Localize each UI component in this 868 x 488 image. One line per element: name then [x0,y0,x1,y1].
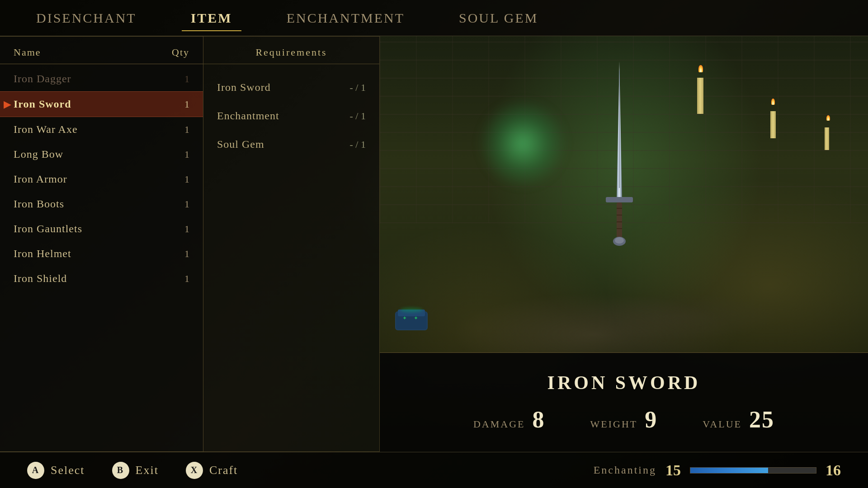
floor-decoration [429,262,844,352]
item-name: Iron Armor [14,173,67,185]
item-name: Long Bow [14,148,63,160]
enchanting-next-level: 16 [826,462,841,479]
control-select[interactable]: A Select [27,462,85,479]
item-name: Iron War Axe [14,123,78,136]
bottom-controls-bar: A Select B Exit X Craft Enchanting 15 16 [0,452,868,488]
damage-stat: DAMAGE 8 [473,406,545,433]
list-item[interactable]: Iron War Axe 1 [0,117,203,142]
item-name: Iron Sword [14,98,71,110]
craft-button-icon: X [186,462,203,479]
damage-value: 8 [533,406,545,433]
value-value: 25 [749,406,774,433]
magic-orb [477,99,568,189]
list-header: Name Qty [0,41,203,64]
tab-enchantment[interactable]: Enchantment [278,6,414,30]
item-name: Iron Boots [14,198,64,210]
svg-point-14 [400,308,423,312]
top-navigation: Disenchant Item Enchantment Soul Gem [0,0,868,36]
select-label: Select [51,464,85,477]
tab-item[interactable]: Item [182,6,241,30]
item-qty: 1 [184,124,189,136]
item-qty: 1 [184,73,189,85]
xp-bar-container [690,467,816,474]
candle-flame-3 [826,115,830,121]
item-list: Iron Dagger 1 ▶ Iron Sword 1 Iron War Ax… [0,66,203,451]
list-item[interactable]: Iron Armor 1 [0,167,203,192]
main-content: Name Qty Iron Dagger 1 ▶ Iron Sword 1 Ir… [0,36,380,452]
req-name: Enchantment [217,110,279,122]
item-qty: 1 [184,223,189,235]
sword-display [597,57,651,274]
req-name: Soul Gem [217,138,264,150]
svg-text:✦: ✦ [414,315,418,321]
enchanting-xp-bar: Enchanting 15 16 [594,462,841,479]
req-qty: - / 1 [350,139,366,150]
item-qty: 1 [184,198,189,210]
item-display: ✦ ✦ IRON SWORD DAMAGE 8 WEIGHT 9 VALUE 2… [380,36,868,452]
weight-stat: WEIGHT 9 [590,406,658,433]
selection-arrow-icon: ▶ [4,99,11,110]
list-item-selected[interactable]: ▶ Iron Sword 1 [0,91,203,117]
item-qty: 1 [184,174,189,185]
exit-label: Exit [136,464,159,477]
select-button-icon: A [27,462,44,479]
item-qty: 1 [184,273,189,285]
requirement-item: Enchantment - / 1 [203,102,379,130]
item-name: Iron Helmet [14,248,71,260]
requirement-item: Soul Gem - / 1 [203,130,379,159]
svg-point-9 [615,237,624,244]
list-item[interactable]: Iron Helmet 1 [0,241,203,266]
item-name: Iron Dagger [14,73,71,85]
tab-soul-gem[interactable]: Soul Gem [450,6,547,30]
item-info-box: IRON SWORD DAMAGE 8 WEIGHT 9 VALUE 25 [380,352,868,452]
item-qty: 1 [184,248,189,260]
svg-rect-2 [606,197,633,202]
candle-2 [770,111,776,138]
list-item[interactable]: Iron Boots 1 [0,192,203,216]
item-qty: 1 [184,149,189,160]
list-item[interactable]: Iron Dagger 1 [0,66,203,91]
item-qty: 1 [184,99,189,110]
weight-value: 9 [645,406,657,433]
list-item[interactable]: Iron Gauntlets 1 [0,216,203,241]
list-item[interactable]: Long Bow 1 [0,142,203,167]
requirements-panel: Requirements Iron Sword - / 1 Enchantmen… [203,36,380,452]
column-header-qty: Qty [172,47,189,58]
weight-label: WEIGHT [590,418,638,430]
enchanting-current-level: 15 [665,462,681,479]
damage-label: DAMAGE [473,418,525,430]
svg-text:✦: ✦ [402,315,407,321]
list-item[interactable]: Iron Shield 1 [0,266,203,291]
item-name: Iron Shield [14,272,67,285]
enchanting-label: Enchanting [594,464,656,476]
item-list-panel: Name Qty Iron Dagger 1 ▶ Iron Sword 1 Ir… [0,36,203,452]
control-exit[interactable]: B Exit [112,462,159,479]
candle-1 [697,78,703,114]
item-title: IRON SWORD [547,372,701,394]
candle-flame-1 [698,65,703,72]
controls-left: A Select B Exit X Craft [27,462,238,479]
column-header-name: Name [14,47,41,58]
candle-flame-2 [771,99,775,105]
value-label: VALUE [703,418,742,430]
tab-disenchant[interactable]: Disenchant [27,6,146,30]
item-name: Iron Gauntlets [14,223,82,235]
exit-button-icon: B [112,462,129,479]
req-qty: - / 1 [350,110,366,122]
value-stat: VALUE 25 [703,406,774,433]
requirement-item: Iron Sword - / 1 [203,73,379,102]
req-name: Iron Sword [217,81,271,94]
craft-label: Craft [209,464,238,477]
item-stats: DAMAGE 8 WEIGHT 9 VALUE 25 [473,406,774,433]
requirements-header: Requirements [203,41,379,64]
req-qty: - / 1 [350,82,366,94]
candle-3 [825,127,829,150]
control-craft[interactable]: X Craft [186,462,238,479]
xp-bar-fill [690,468,768,473]
